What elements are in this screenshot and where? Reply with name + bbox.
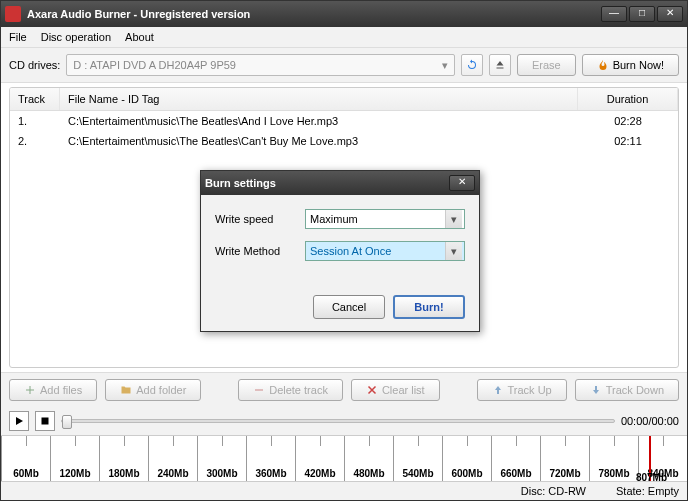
eject-icon	[494, 59, 506, 71]
scale-tick: 480Mb	[344, 436, 393, 481]
scale-tick: 300Mb	[197, 436, 246, 481]
track-down-button[interactable]: Track Down	[575, 379, 679, 401]
scale-tick: 180Mb	[99, 436, 148, 481]
burn-now-label: Burn Now!	[613, 59, 664, 71]
app-icon	[5, 6, 21, 22]
x-icon	[366, 384, 378, 396]
cd-drives-label: CD drives:	[9, 59, 60, 71]
plus-icon	[24, 384, 36, 396]
scale-tick: 720Mb	[540, 436, 589, 481]
arrow-down-icon	[590, 384, 602, 396]
bottom-toolbar: Add files Add folder Delete track Clear …	[1, 372, 687, 407]
add-folder-button[interactable]: Add folder	[105, 379, 201, 401]
statusbar: Disc: CD-RW State: Empty	[1, 481, 687, 500]
status-state: State: Empty	[616, 485, 679, 497]
minimize-button[interactable]: —	[601, 6, 627, 22]
disc-scale: 60Mb120Mb180Mb240Mb300Mb360Mb420Mb480Mb5…	[1, 435, 687, 481]
table-row[interactable]: 1. C:\Entertaiment\music\The Beatles\And…	[10, 111, 678, 131]
refresh-button[interactable]	[461, 54, 483, 76]
slider-thumb[interactable]	[62, 415, 72, 429]
refresh-icon	[466, 59, 478, 71]
col-filename[interactable]: File Name - ID Tag	[60, 88, 578, 110]
menubar: File Disc operation About	[1, 27, 687, 48]
erase-button[interactable]: Erase	[517, 54, 576, 76]
write-method-select[interactable]: Session At Once	[305, 241, 465, 261]
playback-slider[interactable]	[61, 419, 615, 423]
row-num: 1.	[10, 113, 60, 129]
write-speed-value: Maximum	[310, 213, 358, 225]
write-method-label: Write Method	[215, 245, 305, 257]
dialog-title: Burn settings	[205, 177, 449, 189]
play-button[interactable]	[9, 411, 29, 431]
dialog-titlebar: Burn settings ✕	[201, 171, 479, 195]
write-method-value: Session At Once	[310, 245, 391, 257]
scale-tick: 360Mb	[246, 436, 295, 481]
folder-plus-icon	[120, 384, 132, 396]
scale-tick: 660Mb	[491, 436, 540, 481]
dialog-close-button[interactable]: ✕	[449, 175, 475, 191]
time-display: 00:00/00:00	[621, 415, 679, 427]
row-dur: 02:11	[578, 133, 678, 149]
menu-disc-operation[interactable]: Disc operation	[41, 31, 111, 43]
status-disc: Disc: CD-RW	[521, 485, 586, 497]
window-title: Axara Audio Burner - Unregistered versio…	[27, 8, 601, 20]
stop-icon	[39, 415, 51, 427]
play-icon	[13, 415, 25, 427]
minus-icon	[253, 384, 265, 396]
write-speed-label: Write speed	[215, 213, 305, 225]
scale-tick: 240Mb	[148, 436, 197, 481]
scale-tick: 420Mb	[295, 436, 344, 481]
stop-button[interactable]	[35, 411, 55, 431]
scale-tick: 60Mb	[1, 436, 50, 481]
close-button[interactable]: ✕	[657, 6, 683, 22]
cd-drive-value: D : ATAPI DVD A DH20A4P 9P59	[73, 59, 236, 71]
menu-file[interactable]: File	[9, 31, 27, 43]
toolbar: CD drives: D : ATAPI DVD A DH20A4P 9P59 …	[1, 48, 687, 83]
capacity-label: 807Mb	[636, 472, 667, 483]
menu-about[interactable]: About	[125, 31, 154, 43]
row-file: C:\Entertaiment\music\The Beatles\And I …	[60, 113, 578, 129]
playback-bar: 00:00/00:00	[1, 407, 687, 435]
track-up-button[interactable]: Track Up	[477, 379, 567, 401]
scale-tick: 120Mb	[50, 436, 99, 481]
maximize-button[interactable]: □	[629, 6, 655, 22]
burn-settings-dialog: Burn settings ✕ Write speed Maximum Writ…	[200, 170, 480, 332]
scale-tick: 540Mb	[393, 436, 442, 481]
burn-button[interactable]: Burn!	[393, 295, 465, 319]
flame-icon	[597, 59, 609, 71]
svg-rect-0	[42, 418, 49, 425]
write-speed-select[interactable]: Maximum	[305, 209, 465, 229]
clear-list-button[interactable]: Clear list	[351, 379, 440, 401]
cd-drive-dropdown[interactable]: D : ATAPI DVD A DH20A4P 9P59	[66, 54, 455, 76]
scale-tick: 780Mb	[589, 436, 638, 481]
cancel-button[interactable]: Cancel	[313, 295, 385, 319]
row-num: 2.	[10, 133, 60, 149]
col-track[interactable]: Track	[10, 88, 60, 110]
table-row[interactable]: 2. C:\Entertaiment\music\The Beatles\Can…	[10, 131, 678, 151]
list-header: Track File Name - ID Tag Duration	[10, 88, 678, 111]
col-duration[interactable]: Duration	[578, 88, 678, 110]
eject-button[interactable]	[489, 54, 511, 76]
titlebar: Axara Audio Burner - Unregistered versio…	[1, 1, 687, 27]
arrow-up-icon	[492, 384, 504, 396]
row-file: C:\Entertaiment\music\The Beatles\Can't …	[60, 133, 578, 149]
delete-track-button[interactable]: Delete track	[238, 379, 343, 401]
add-files-button[interactable]: Add files	[9, 379, 97, 401]
burn-now-button[interactable]: Burn Now!	[582, 54, 679, 76]
scale-tick: 600Mb	[442, 436, 491, 481]
row-dur: 02:28	[578, 113, 678, 129]
